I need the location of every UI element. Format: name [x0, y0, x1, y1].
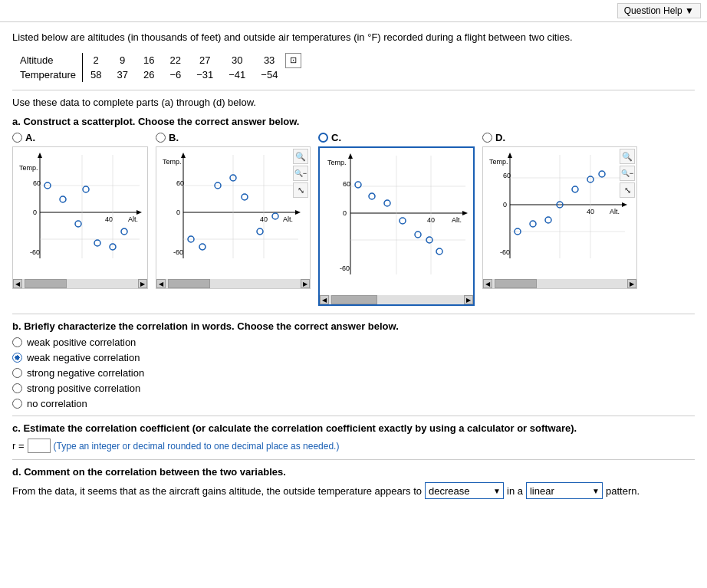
scroll-right-c[interactable]: ▶	[464, 295, 473, 304]
chart-box-d: Temp. Alt. 0 60 -60 40	[482, 146, 637, 289]
zoom-out-b[interactable]: 🔍−	[293, 166, 308, 181]
pattern-dropdown-1[interactable]: decrease increase stay constant	[425, 482, 504, 499]
zoom-in-d[interactable]: 🔍	[620, 149, 635, 164]
svg-text:60: 60	[503, 172, 511, 179]
correlation-option-5[interactable]: no correlation	[12, 398, 695, 409]
scatter-option-d[interactable]: D. Temp. Alt. 0 60 -60 40	[482, 132, 637, 289]
data-table: Altitude 2 9 16 22 27 30 33 ⊡ Temperatur…	[12, 53, 301, 83]
scroll-left-c[interactable]: ◀	[320, 295, 329, 304]
scroll-a[interactable]: ◀ ▶	[13, 279, 147, 288]
correlation-option-4[interactable]: strong positive correlation	[12, 383, 695, 394]
radio-c[interactable]	[318, 133, 328, 143]
svg-text:-60: -60	[340, 264, 350, 272]
radio-d[interactable]	[482, 133, 492, 143]
svg-text:60: 60	[343, 180, 350, 188]
svg-point-62	[436, 248, 442, 255]
part-d-label: d. Comment on the correlation between th…	[12, 466, 695, 478]
dropdown2-wrapper[interactable]: linear nonlinear random ▼	[526, 482, 603, 499]
scroll-left-d[interactable]: ◀	[483, 279, 492, 288]
svg-point-18	[94, 240, 100, 246]
pattern-text-middle: in a	[507, 485, 523, 497]
svg-text:Temp.: Temp.	[163, 158, 182, 166]
scroll-b[interactable]: ◀ ▶	[156, 279, 310, 288]
svg-text:0: 0	[343, 209, 347, 217]
scroll-right-d[interactable]: ▶	[627, 279, 636, 288]
r-input-row: r = (Type an integer or decimal rounded …	[12, 439, 695, 453]
scroll-c[interactable]: ◀ ▶	[320, 295, 473, 304]
dropdown1-wrapper[interactable]: decrease increase stay constant ▼	[425, 482, 504, 499]
radio-a[interactable]	[12, 133, 22, 143]
correlation-label-3: strong negative correlation	[27, 367, 144, 379]
radio-b[interactable]	[156, 133, 166, 143]
svg-point-78	[530, 221, 536, 227]
radio-opt1[interactable]	[12, 337, 22, 347]
radio-opt3[interactable]	[12, 368, 22, 378]
svg-point-81	[572, 186, 578, 192]
correlation-option-1[interactable]: weak positive correlation	[12, 337, 695, 348]
alt-val-2: 9	[109, 53, 135, 67]
pattern-row: From the data, it seems that as the airc…	[12, 482, 695, 499]
scatter-option-b[interactable]: B. Temp. Alt. 0 60 -60 40	[156, 132, 311, 289]
resize-d[interactable]: ⤡	[620, 182, 635, 198]
svg-marker-45	[462, 211, 468, 215]
question-help-button[interactable]: Question Help ▼	[617, 3, 701, 18]
resize-b[interactable]: ⤡	[293, 182, 308, 198]
intro-text: Listed below are altitudes (in thousands…	[12, 30, 695, 45]
option-letter-a: A.	[25, 132, 35, 143]
r-equals-label: r =	[12, 440, 25, 452]
option-letter-b: B.	[169, 132, 179, 143]
part-c-label: c. Estimate the correlation coefficient …	[12, 422, 695, 434]
use-data-text: Use these data to complete parts (a) thr…	[12, 97, 695, 108]
option-letter-d: D.	[495, 132, 505, 143]
scatter-svg-b: Temp. Alt. 0 60 -60 40	[156, 147, 310, 278]
zoom-out-d[interactable]: 🔍−	[620, 166, 635, 181]
top-bar: Question Help ▼	[0, 0, 707, 22]
alt-val-6: 30	[221, 53, 253, 67]
chart-box-a: Temp. Alt. 0 60 -60 40	[12, 146, 148, 289]
svg-text:0: 0	[503, 201, 507, 209]
svg-point-20	[121, 228, 127, 235]
svg-text:-60: -60	[30, 248, 40, 256]
temperature-label: Temperature	[12, 67, 82, 82]
svg-marker-2	[38, 153, 42, 158]
temp-val-2: 37	[109, 67, 135, 82]
radio-opt4[interactable]	[12, 383, 22, 393]
scroll-right-a[interactable]: ▶	[138, 279, 147, 288]
part-b-section: b. Briefly characterize the correlation …	[12, 320, 695, 409]
svg-text:Temp.: Temp.	[19, 164, 38, 172]
correlation-option-2[interactable]: weak negative correlation	[12, 352, 695, 363]
pattern-text-before: From the data, it seems that as the airc…	[12, 485, 422, 497]
r-input-field[interactable]	[28, 439, 51, 453]
scroll-d[interactable]: ◀ ▶	[483, 279, 636, 288]
svg-point-83	[599, 171, 605, 177]
scroll-left-a[interactable]: ◀	[13, 279, 22, 288]
correlation-label-1: weak positive correlation	[27, 337, 136, 348]
correlation-label-5: no correlation	[27, 398, 87, 409]
pattern-dropdown-2[interactable]: linear nonlinear random	[526, 482, 603, 499]
svg-marker-24	[295, 210, 301, 215]
correlation-option-3[interactable]: strong negative correlation	[12, 367, 695, 379]
scatter-option-c[interactable]: C. Temp. Alt. 0 60 -60 40	[318, 132, 475, 306]
svg-point-16	[75, 221, 81, 227]
r-hint-text: (Type an integer or decimal rounded to o…	[54, 441, 340, 452]
alt-val-1: 2	[82, 53, 109, 67]
svg-text:Alt.: Alt.	[610, 208, 620, 215]
svg-text:Alt.: Alt.	[452, 216, 462, 224]
scroll-left-b[interactable]: ◀	[156, 279, 166, 288]
zoom-in-b[interactable]: 🔍	[293, 149, 308, 164]
alt-val-4: 22	[162, 53, 189, 67]
scatter-svg-d: Temp. Alt. 0 60 -60 40	[483, 147, 636, 278]
temp-val-1: 58	[82, 67, 109, 82]
svg-text:60: 60	[33, 179, 41, 187]
radio-opt2[interactable]	[12, 353, 22, 363]
alt-val-5: 27	[189, 53, 221, 67]
scroll-right-b[interactable]: ▶	[301, 279, 310, 288]
svg-point-56	[355, 182, 361, 188]
radio-opt5[interactable]	[12, 399, 22, 409]
svg-marker-44	[348, 153, 353, 159]
chart-box-b: Temp. Alt. 0 60 -60 40	[156, 146, 311, 289]
temp-val-7: −54	[253, 67, 285, 82]
expand-icon[interactable]: ⊡	[285, 53, 301, 67]
chart-box-c: Temp. Alt. 0 60 -60 40	[318, 146, 475, 306]
scatter-option-a[interactable]: A. Temp. Alt. 0 60 -60 40	[12, 132, 148, 289]
